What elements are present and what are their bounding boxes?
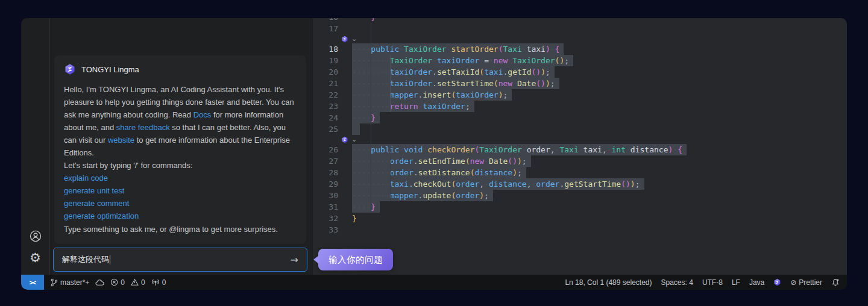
line-number: 27: [313, 155, 338, 167]
command-link-generate-optimization[interactable]: generate optimization: [64, 210, 297, 222]
code-line[interactable]: 32}: [313, 213, 847, 224]
lingma-status-item[interactable]: [773, 278, 781, 286]
assistant-footer: Type something to ask me, or @lingma to …: [64, 223, 297, 236]
settings-gear-icon[interactable]: ⚙: [26, 247, 45, 269]
indent-setting[interactable]: Spaces: 4: [661, 278, 693, 287]
branch-item[interactable]: master*+: [50, 278, 89, 287]
formatter-item[interactable]: ⊘ Prettier: [790, 278, 822, 287]
command-link-generate-unit-test[interactable]: generate unit test: [64, 184, 297, 197]
code-line[interactable]: 16····}: [313, 18, 847, 23]
line-number: 22: [313, 89, 338, 101]
indent-guide: [390, 155, 391, 201]
send-arrow-icon[interactable]: →: [291, 254, 298, 266]
command-link-explain-code[interactable]: explain code: [64, 172, 297, 184]
assistant-intro: Hello, I'm TONGYI Lingma, an AI Coding A…: [64, 83, 297, 159]
code-line[interactable]: 31····}: [313, 201, 847, 213]
assistant-title: TONGYI Lingma: [81, 65, 139, 74]
line-number: 21: [313, 78, 338, 89]
lingma-codelens-icon: [341, 36, 348, 43]
desktop-background: ⚙ TONGYI Lingma Hello, I'm TONGYI Lingma…: [0, 0, 868, 306]
publish-item[interactable]: [95, 279, 104, 286]
remote-indicator[interactable]: ><: [21, 275, 44, 290]
notifications-item[interactable]: [831, 278, 840, 287]
code-line[interactable]: 29········taxi.checkOut(order,·distance,…: [313, 178, 847, 190]
command-list: explain codegenerate unit testgenerate c…: [64, 172, 297, 222]
tooltip-text: 输入你的问题: [329, 254, 383, 266]
line-number: 20: [313, 66, 338, 78]
account-icon[interactable]: [26, 225, 45, 247]
line-number: 24: [313, 112, 338, 123]
eol-setting[interactable]: LF: [732, 278, 740, 287]
language-mode[interactable]: Java: [749, 278, 764, 287]
line-number: 25: [313, 123, 338, 135]
encoding-setting[interactable]: UTF-8: [702, 278, 723, 287]
app-window: ⚙ TONGYI Lingma Hello, I'm TONGYI Lingma…: [21, 18, 847, 290]
command-link-generate-comment[interactable]: generate comment: [64, 197, 297, 210]
code-line[interactable]: 20········taxiOrder.setTaxiId(taxi.getId…: [313, 66, 847, 78]
assistant-header: TONGYI Lingma: [64, 63, 297, 75]
line-number: 17: [313, 23, 338, 34]
warnings-count: 0: [141, 278, 145, 287]
activity-bar: ⚙: [21, 18, 50, 275]
code-line[interactable]: 19········TaxiOrder·taxiOrder·=·new·Taxi…: [313, 55, 847, 66]
indent-guide-active: [390, 55, 391, 112]
assistant-panel: TONGYI Lingma Hello, I'm TONGYI Lingma, …: [50, 18, 312, 275]
notifications-bell-icon: [831, 278, 840, 287]
codelens[interactable]: ⌄: [313, 135, 847, 144]
link-share-feedback[interactable]: share feedback: [116, 123, 170, 132]
codelens[interactable]: ⌄: [313, 34, 847, 43]
line-number: 31: [313, 201, 338, 213]
indent-guide: [371, 23, 371, 213]
line-number: 32: [313, 213, 338, 224]
question-input-row: 解释这段代码 →: [53, 248, 307, 272]
cursor-position[interactable]: Ln 18, Col 1 (489 selected): [565, 278, 652, 287]
input-value: 解释这段代码: [62, 254, 109, 265]
lingma-codelens-icon: [341, 136, 348, 143]
lingma-logo-icon: [64, 63, 76, 75]
line-number: 29: [313, 178, 338, 190]
code-line[interactable]: 33: [313, 224, 847, 236]
chevron-down-icon[interactable]: ⌄: [351, 137, 357, 143]
prettier-icon: ⊘: [790, 278, 796, 287]
line-number: 18: [313, 43, 338, 55]
commands-intro: Let's start by typing '/' for commands:: [64, 159, 297, 172]
code-line[interactable]: 24····}: [313, 112, 847, 123]
assistant-card: TONGYI Lingma Hello, I'm TONGYI Lingma, …: [54, 55, 306, 244]
code-line[interactable]: 18····public·TaxiOrder·startOrder(Taxi·t…: [313, 43, 847, 55]
antenna-icon: [151, 278, 160, 286]
ports-item[interactable]: 0: [151, 278, 166, 287]
code-line[interactable]: 28········order.setDistance(distance);: [313, 167, 847, 178]
code-line[interactable]: 21········taxiOrder.setStartTime(new·Dat…: [313, 78, 847, 89]
code-editor[interactable]: 16····}17⌄18····public·TaxiOrder·startOr…: [312, 18, 847, 275]
remote-icon: ><: [30, 279, 36, 286]
line-number: 30: [313, 190, 338, 201]
branch-label: master*+: [60, 278, 89, 287]
code-line[interactable]: 25: [313, 123, 847, 135]
input-caret: [110, 255, 110, 264]
line-number: 19: [313, 55, 338, 66]
code-line[interactable]: 30········mapper.update(order);: [313, 190, 847, 201]
code-line[interactable]: 22········mapper.insert(taxiOrder);: [313, 89, 847, 101]
code-area: 16····}17⌄18····public·TaxiOrder·startOr…: [313, 18, 847, 236]
input-tooltip: 输入你的问题: [318, 249, 393, 270]
tooltip-arrow: [313, 255, 319, 264]
link-docs[interactable]: Docs: [193, 110, 212, 119]
line-number: 28: [313, 167, 338, 178]
errors-count: 0: [121, 278, 125, 287]
line-number: 33: [313, 224, 338, 236]
warning-icon: [131, 278, 139, 286]
problems-item[interactable]: 0 0: [110, 278, 145, 287]
formatter-label: Prettier: [799, 278, 822, 287]
git-branch-icon: [50, 278, 58, 287]
line-number: 23: [313, 101, 338, 112]
cloud-icon: [95, 279, 104, 286]
code-line[interactable]: 17: [313, 23, 847, 34]
code-line[interactable]: 26····public·void·checkOrder(TaxiOrder·o…: [313, 144, 847, 155]
lingma-status-icon: [773, 278, 781, 286]
code-line[interactable]: 23········return·taxiOrder;: [313, 101, 847, 112]
chevron-down-icon[interactable]: ⌄: [351, 36, 357, 42]
code-line[interactable]: 27········order.setEndTime(new·Date());: [313, 155, 847, 167]
status-bar: >< master*+ 0: [21, 275, 847, 290]
link-website[interactable]: website: [108, 136, 134, 145]
question-input[interactable]: 解释这段代码 →: [53, 248, 307, 272]
